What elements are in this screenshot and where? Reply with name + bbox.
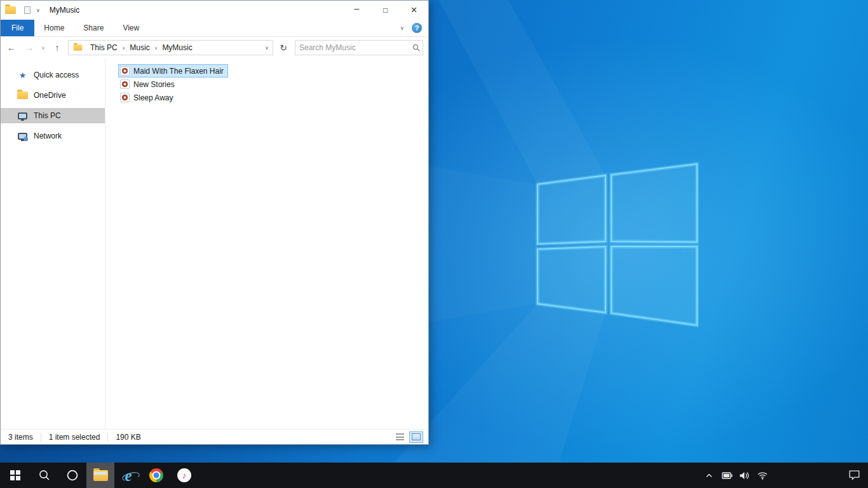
breadcrumb-this-pc[interactable]: This PC [86, 41, 122, 55]
address-dropdown-icon[interactable]: ∨ [261, 45, 273, 51]
navigation-bar: ← → ∨ ↑ This PC › Music › MyMusic ∨ ↻ [1, 37, 428, 58]
chrome-icon [149, 468, 163, 482]
network-button[interactable] [754, 463, 771, 488]
file-item[interactable]: Sleep Away [118, 91, 178, 104]
chrome-button[interactable] [142, 463, 170, 488]
sidebar-item-label: OneDrive [34, 91, 66, 100]
minimize-button[interactable]: – [342, 1, 371, 20]
window-title: MyMusic [50, 6, 79, 15]
address-folder-icon [74, 44, 83, 51]
forward-button[interactable]: → [21, 39, 37, 56]
speaker-icon [740, 471, 750, 480]
network-icon [17, 133, 28, 140]
selection-summary: 1 item selected [49, 433, 100, 442]
status-bar: 3 items 1 item selected 190 KB [1, 429, 428, 444]
monitor-shape [18, 112, 27, 119]
history-dropdown-icon[interactable]: ∨ [39, 39, 48, 56]
music-file-icon [120, 66, 130, 76]
music-note-glyph: ♪ [182, 471, 187, 480]
file-item[interactable]: New Stories [118, 78, 179, 91]
tab-share[interactable]: Share [74, 20, 113, 36]
search-input[interactable] [295, 43, 410, 52]
file-explorer-window: ∨ MyMusic – □ × File Home Share View ∨ ?… [0, 0, 429, 445]
internet-explorer-icon: e [125, 468, 132, 484]
music-file-icon [120, 93, 130, 102]
maximize-button[interactable]: □ [371, 1, 400, 20]
details-view-button[interactable] [393, 431, 407, 443]
sidebar-item-label: Network [34, 132, 62, 140]
wifi-icon [757, 471, 768, 480]
action-center-button[interactable] [840, 463, 868, 488]
explorer-main: ★ Quick access OneDrive This PC Network … [1, 58, 428, 429]
sidebar-item-network[interactable]: Network [1, 128, 105, 144]
items-count: 3 items [8, 433, 33, 442]
tab-home[interactable]: Home [34, 20, 74, 36]
thumbnails-view-icon [412, 433, 421, 440]
quick-access-toolbar-button[interactable] [22, 4, 33, 16]
itunes-icon: ♪ [177, 468, 191, 482]
file-name: Maid With The Flaxen Hair [133, 67, 224, 76]
details-view-icon [396, 433, 404, 440]
taskbar: e ♪ [0, 463, 868, 488]
qat-sheet-icon [24, 6, 31, 14]
selection-size: 190 KB [116, 433, 140, 442]
file-name: Sleep Away [133, 93, 173, 102]
view-switcher [393, 431, 423, 443]
breadcrumb-mymusic[interactable]: MyMusic [158, 41, 196, 55]
status-divider [41, 433, 41, 442]
onedrive-folder-icon [17, 92, 28, 99]
navigation-pane: ★ Quick access OneDrive This PC Network [1, 58, 105, 429]
windows-start-icon [10, 470, 20, 480]
ribbon-right-controls: ∨ ? [400, 20, 428, 36]
tab-file[interactable]: File [1, 20, 34, 36]
taskbar-search-button[interactable] [31, 463, 58, 488]
sidebar-item-quick-access[interactable]: ★ Quick access [1, 67, 105, 83]
show-hidden-icons-button[interactable] [700, 463, 718, 488]
battery-icon [722, 472, 733, 479]
system-tray [700, 463, 868, 488]
help-icon[interactable]: ? [412, 23, 422, 33]
close-button[interactable]: × [400, 1, 428, 20]
breadcrumb-music[interactable]: Music [125, 41, 154, 55]
search-icon[interactable] [410, 44, 423, 51]
title-bar: ∨ MyMusic – □ × [1, 1, 428, 20]
start-button[interactable] [0, 463, 31, 488]
up-button[interactable]: ↑ [49, 39, 65, 56]
sidebar-item-this-pc[interactable]: This PC [1, 108, 105, 123]
cortana-icon [66, 469, 79, 482]
tab-view[interactable]: View [113, 20, 149, 36]
action-center-icon [849, 470, 860, 480]
internet-explorer-button[interactable]: e [114, 463, 142, 488]
back-button[interactable]: ← [3, 39, 20, 56]
address-bar[interactable]: This PC › Music › MyMusic ∨ [68, 40, 273, 55]
chevron-up-icon [706, 473, 712, 478]
network-monitor-shape [18, 133, 27, 140]
ribbon-tabs: File Home Share View ∨ ? [1, 20, 428, 37]
file-name: New Stories [133, 80, 175, 89]
cortana-button[interactable] [58, 463, 86, 488]
refresh-button[interactable]: ↻ [276, 40, 291, 55]
collapse-ribbon-icon[interactable]: ∨ [400, 25, 404, 31]
search-box [295, 40, 423, 55]
sidebar-item-onedrive[interactable]: OneDrive [1, 88, 105, 103]
sidebar-item-label: This PC [34, 111, 61, 120]
qat-customize-chevron-icon[interactable]: ∨ [36, 8, 40, 13]
battery-status-button[interactable] [718, 463, 736, 488]
itunes-button[interactable]: ♪ [170, 463, 198, 488]
status-divider [107, 433, 108, 442]
star-glyph: ★ [19, 71, 27, 79]
search-icon [38, 469, 51, 482]
star-icon: ★ [17, 71, 28, 79]
music-file-icon [120, 79, 130, 89]
folder-shape [17, 92, 28, 99]
file-list: Maid With The Flaxen Hair New Stories Sl… [105, 58, 428, 429]
file-item-selected[interactable]: Maid With The Flaxen Hair [118, 64, 228, 78]
volume-button[interactable] [736, 463, 754, 488]
explorer-system-folder-icon[interactable] [5, 6, 16, 14]
window-controls: – □ × [342, 1, 428, 20]
computer-icon [17, 112, 28, 119]
file-explorer-icon [93, 470, 108, 481]
thumbnails-view-button[interactable] [409, 431, 423, 443]
sidebar-item-label: Quick access [34, 71, 79, 79]
taskbar-file-explorer-button[interactable] [86, 463, 114, 488]
